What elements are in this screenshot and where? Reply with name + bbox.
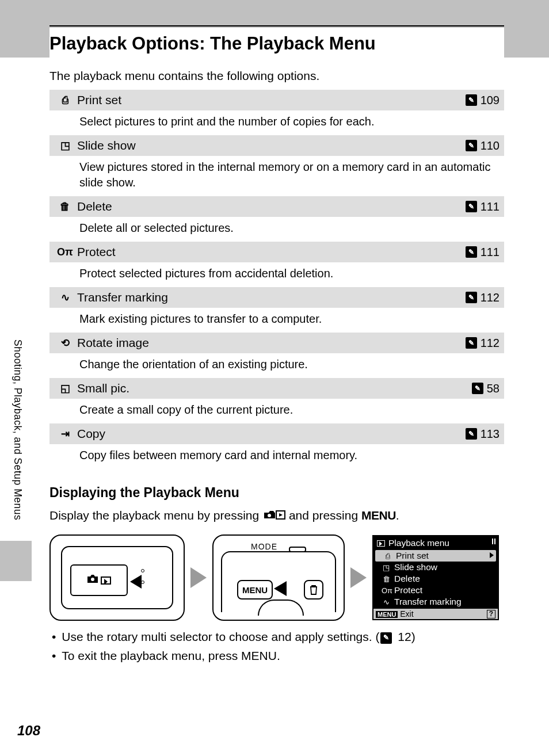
sequence-arrow-icon: [190, 567, 207, 588]
instruction-line: Display the playback menu by pressing an…: [49, 506, 504, 525]
help-icon: ?: [487, 610, 495, 618]
option-name: Slide show: [77, 139, 466, 152]
option-name: Rotate image: [77, 336, 466, 350]
option-description: Change the orientation of an existing pi…: [49, 353, 504, 378]
option-description: Delete all or selected pictures.: [49, 217, 504, 242]
option-page-ref: ✎112: [466, 337, 500, 350]
option-row-head: ⟲Rotate image✎112: [49, 333, 504, 353]
option-icon: ⟲: [53, 337, 77, 349]
options-table: ⎙Print set✎109Select pictures to print a…: [49, 90, 504, 469]
option-ref-number: 111: [481, 200, 500, 213]
option-ref-number: 111: [481, 246, 500, 259]
lcd-footer: MENU Exit ?: [373, 609, 498, 619]
mode-label: MODE: [251, 542, 277, 551]
option-page-ref: ✎113: [466, 427, 500, 441]
option-row-head: ∿Transfer marking✎112: [49, 287, 504, 308]
crossref-icon: ✎: [380, 632, 392, 644]
menu-chip-icon: MENU: [376, 611, 398, 618]
lcd-menu-item: 🗑Delete: [373, 573, 498, 585]
option-row-head: OπProtect✎111: [49, 242, 504, 262]
page-content: Playback Options: The Playback Menu The …: [49, 25, 504, 665]
option-row-head: ◱Small pic.✎58: [49, 378, 504, 399]
lcd-item-label: Transfer marking: [394, 597, 462, 607]
menu-word-icon: MENU: [361, 509, 396, 522]
option-ref-number: 112: [481, 337, 500, 350]
lcd-playback-menu: Playback menu ⎙Print set◳Slide show🗑Dele…: [372, 535, 499, 620]
lcd-item-icon: 🗑: [382, 575, 391, 583]
option-page-ref: ✎111: [466, 246, 500, 259]
lcd-title-bar: Playback menu: [373, 536, 498, 550]
option-page-ref: ✎58: [472, 382, 500, 395]
option-ref-number: 112: [481, 291, 500, 304]
option-page-ref: ✎111: [466, 200, 500, 213]
instruction-mid: and pressing: [289, 509, 361, 522]
lcd-item-label: Delete: [394, 574, 420, 584]
option-description: Mark existing pictures to transfer to a …: [49, 308, 504, 333]
option-row-head: ⎙Print set✎109: [49, 90, 504, 110]
subheading: Displaying the Playback Menu: [49, 485, 504, 501]
intro-text: The playback menu contains the following…: [49, 69, 504, 83]
option-name: Small pic.: [77, 381, 472, 395]
bullet-ref-number: 12: [394, 630, 411, 643]
crossref-icon: ✎: [466, 246, 477, 258]
option-ref-number: 109: [481, 94, 500, 107]
crossref-icon: ✎: [472, 383, 483, 394]
option-icon: ◳: [53, 139, 77, 152]
diagram-row: MODE MENU Playback menu ⎙Print set◳Sli: [49, 534, 504, 621]
page-number: 108: [17, 723, 40, 739]
lcd-item-icon: ∿: [382, 598, 391, 606]
option-name: Delete: [77, 200, 466, 213]
option-description: Protect selected pictures from accidenta…: [49, 262, 504, 287]
trash-button-icon: [304, 580, 323, 600]
lcd-title-text: Playback menu: [388, 538, 449, 548]
lcd-menu-item: ⎙Print set: [375, 550, 496, 562]
option-icon: ◱: [53, 382, 77, 395]
lcd-exit-label: Exit: [400, 609, 413, 618]
lcd-item-icon: ◳: [382, 563, 391, 572]
camera-play-icon: [262, 507, 285, 526]
lcd-item-icon: ⎙: [383, 552, 392, 560]
option-page-ref: ✎110: [466, 139, 500, 152]
title-rule: [49, 25, 504, 26]
arrow-to-button-icon: [130, 575, 142, 589]
option-ref-number: 58: [487, 382, 500, 395]
lcd-body: ⎙Print set◳Slide show🗑DeleteOπProtect∿Tr…: [373, 550, 498, 609]
lcd-menu-item: ◳Slide show: [373, 562, 498, 573]
crossref-icon: ✎: [466, 337, 477, 349]
option-name: Copy: [77, 427, 466, 441]
lcd-item-label: Protect: [394, 585, 422, 595]
camera-lamps: [141, 569, 144, 584]
camera-back-screen: [70, 564, 128, 596]
lcd-item-label: Slide show: [394, 562, 437, 572]
option-description: Copy files between memory card and inter…: [49, 444, 504, 469]
option-name: Print set: [77, 93, 466, 107]
option-icon: ∿: [53, 291, 77, 304]
option-row-head: 🗑Delete✎111: [49, 196, 504, 217]
option-ref-number: 110: [481, 139, 500, 152]
side-indicator: [0, 541, 32, 581]
scrollbar-icon: [492, 539, 495, 544]
crossref-icon: ✎: [466, 201, 477, 212]
option-icon: Oπ: [53, 246, 77, 258]
instruction-pre: Display the playback menu by pressing: [49, 509, 262, 522]
diagram-camera-back: [49, 534, 185, 621]
instruction-end: .: [396, 509, 399, 522]
crossref-icon: ✎: [466, 140, 477, 151]
option-page-ref: ✎112: [466, 291, 500, 304]
option-name: Transfer marking: [77, 291, 466, 304]
option-description: Create a small copy of the current pictu…: [49, 399, 504, 423]
lcd-menu-item: ∿Transfer marking: [373, 596, 498, 608]
side-tab-label: Shooting, Playback, and Setup Menus: [12, 339, 24, 520]
option-icon: ⎙: [53, 94, 77, 106]
svg-point-2: [91, 578, 94, 581]
option-name: Protect: [77, 245, 466, 259]
page-title: Playback Options: The Playback Menu: [49, 28, 504, 60]
option-icon: 🗑: [53, 201, 77, 213]
diagram-camera-top: MODE MENU: [212, 534, 345, 621]
bullet-list: Use the rotary multi selector to choose …: [49, 628, 504, 665]
menu-word-icon: MENU: [241, 649, 277, 662]
crossref-icon: ✎: [466, 94, 477, 106]
crossref-icon: ✎: [466, 292, 477, 303]
crossref-icon: ✎: [466, 428, 477, 440]
option-description: Select pictures to print and the number …: [49, 110, 504, 135]
